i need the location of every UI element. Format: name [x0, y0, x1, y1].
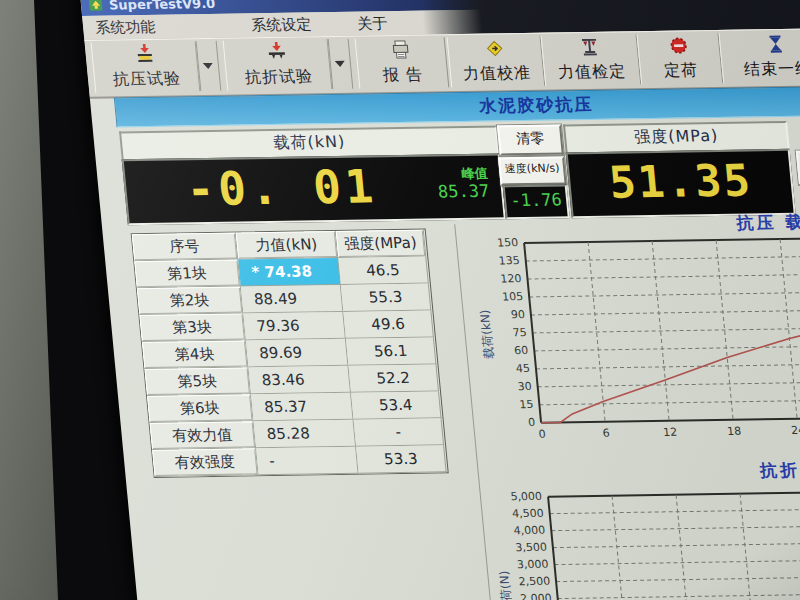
y-axis-tick-label: 135	[483, 254, 520, 268]
y-axis-tick-label: 105	[487, 290, 524, 304]
y-axis-tick-label: 3,000	[512, 558, 549, 572]
wall-background	[0, 0, 62, 600]
table-cell-force[interactable]: * 74.38	[238, 258, 341, 287]
toolbar-button-label: 报 告	[382, 65, 424, 87]
table-cell-strength[interactable]: 49.6	[343, 311, 434, 339]
toolbar-button-label: 力值检定	[557, 61, 627, 83]
force-calibrate-button[interactable]: 力值校准	[447, 36, 546, 87]
y-axis-tick-label: 2,500	[513, 575, 550, 589]
load-value: -0. 01	[154, 159, 409, 217]
table-row-header: 第6块	[147, 394, 254, 423]
table-cell-strength[interactable]: 56.1	[346, 337, 437, 365]
zero-clear-button[interactable]: 清零	[497, 124, 564, 155]
table-row-header: 第2块	[137, 287, 244, 316]
table-cell-strength[interactable]: 53.4	[351, 391, 442, 419]
toolbar-button-label: 定荷	[663, 60, 699, 82]
hold-load-icon	[668, 35, 690, 59]
compression-test-icon	[132, 44, 158, 68]
report-button[interactable]: 报 告	[355, 37, 450, 88]
flexure-test-icon	[264, 42, 290, 66]
menu-item-system-settings[interactable]: 系统设定	[244, 14, 318, 35]
column-header-force: 力值(kN)	[236, 231, 339, 260]
table-cell-force[interactable]: -	[256, 447, 359, 476]
y-axis-tick-label: 45	[493, 362, 530, 376]
table-cell-strength[interactable]: -	[354, 418, 445, 446]
compression-load-chart: 抗压 载荷 载荷(kN) 015304560759010512013515006…	[457, 210, 800, 462]
toolbar-button-label: 抗压试验	[112, 68, 182, 90]
y-axis-tick-label: 5,000	[505, 490, 542, 504]
y-axis-tick-label: 4,000	[509, 524, 546, 538]
x-axis-tick-label: 12	[658, 426, 683, 439]
section-header-title: 水泥胶砂抗压	[478, 94, 594, 116]
y-axis-tick-label: 30	[495, 380, 532, 394]
window-title: SuperTestV9.0	[108, 0, 216, 12]
peak-value: 85.37	[437, 181, 490, 202]
app-icon	[88, 0, 103, 12]
chart-title: 抗压 载荷	[735, 210, 800, 234]
y-axis-tick-label: 75	[490, 326, 527, 340]
compression-test-dropdown-arrow[interactable]	[195, 41, 222, 91]
y-axis-tick-label: 120	[485, 272, 522, 286]
menu-item-system-functions[interactable]: 系统功能	[88, 17, 162, 38]
table-cell-strength[interactable]: 55.3	[341, 284, 432, 312]
monitor-screen: SuperTestV9.0 系统功能 系统设定 关于 抗压试验 抗折试验	[80, 0, 800, 600]
table-cell-force[interactable]: 85.37	[251, 393, 354, 422]
toolbar-button-label: 抗折试验	[244, 66, 314, 88]
speed-label: 速度(kN/s)	[498, 156, 567, 185]
table-cell-force[interactable]: 89.69	[246, 339, 349, 368]
partial-button-cut-off[interactable]	[796, 150, 800, 185]
table-cell-force[interactable]: 83.46	[248, 366, 351, 395]
x-axis-tick-label: 0	[530, 428, 555, 441]
table-cell-force[interactable]: 79.36	[243, 312, 346, 341]
results-table: 序号 力值(kN) 强度(MPa) 第1块* 74.3846.5第2块88.49…	[131, 229, 449, 478]
toolbar-button-label: 结束一组	[743, 59, 800, 81]
flexure-load-chart: 抗折 载荷 载荷(N) 05001,0001,5002,0002,5003,00…	[481, 457, 800, 600]
table-cell-force[interactable]: 85.28	[254, 420, 357, 449]
y-axis-tick-label: 90	[488, 308, 525, 322]
table-row-header: 有效强度	[152, 448, 259, 477]
table-cell-force[interactable]: 88.49	[241, 285, 344, 314]
y-axis-tick-label: 15	[497, 398, 534, 412]
chart-plot-area	[524, 238, 800, 423]
compression-test-button[interactable]: 抗压试验	[91, 41, 202, 93]
table-row-header: 第4块	[142, 340, 249, 369]
force-verify-button[interactable]: 力值检定	[541, 34, 642, 85]
hold-load-button[interactable]: 定荷	[637, 33, 724, 84]
end-group-button[interactable]: 结束一组	[719, 31, 800, 83]
printer-icon	[389, 40, 413, 64]
y-axis-tick-label: 150	[481, 236, 518, 250]
column-header-strength: 强度(MPa)	[336, 230, 427, 258]
table-row-header: 有效力值	[150, 421, 257, 450]
force-calibrate-icon	[484, 38, 506, 62]
menu-item-about[interactable]: 关于	[350, 13, 394, 34]
speed-value: -1.76	[505, 186, 567, 213]
x-axis-tick-label: 18	[722, 425, 747, 438]
table-row-header: 第3块	[139, 313, 246, 342]
chart-plot-area	[548, 491, 800, 600]
force-verify-icon	[578, 37, 602, 61]
flexure-test-dropdown-arrow[interactable]	[327, 39, 354, 89]
y-axis-tick-label: 4,500	[507, 507, 544, 521]
x-axis-tick-label: 6	[594, 427, 619, 440]
column-header-index: 序号	[132, 233, 239, 262]
load-led-display: -0. 01 峰值 85.37	[122, 153, 506, 225]
chart-title: 抗折 载荷	[759, 458, 800, 482]
y-axis-tick-label: 2,000	[515, 592, 552, 600]
table-cell-strength[interactable]: 52.2	[348, 364, 439, 392]
peak-readout: 峰值 85.37	[435, 164, 490, 203]
toolbar-button-label: 力值校准	[462, 63, 532, 85]
chart-data-line	[533, 333, 800, 423]
flexure-test-button[interactable]: 抗折试验	[223, 39, 334, 91]
table-cell-strength[interactable]: 46.5	[338, 257, 429, 285]
y-axis-tick-label: 3,500	[510, 541, 547, 555]
strength-value: 51.35	[568, 151, 793, 212]
strength-led-display: 51.35	[566, 149, 796, 218]
table-row: 有效强度-53.3	[152, 445, 448, 477]
table-cell-strength[interactable]: 53.3	[356, 445, 447, 473]
table-row-header: 第5块	[144, 367, 251, 396]
x-axis-tick-label: 24	[786, 424, 800, 437]
peak-label: 峰值	[461, 166, 488, 181]
end-group-icon	[765, 34, 787, 58]
y-axis-tick-label: 60	[492, 344, 529, 358]
photo-of-monitor: SuperTestV9.0 系统功能 系统设定 关于 抗压试验 抗折试验	[0, 0, 800, 600]
